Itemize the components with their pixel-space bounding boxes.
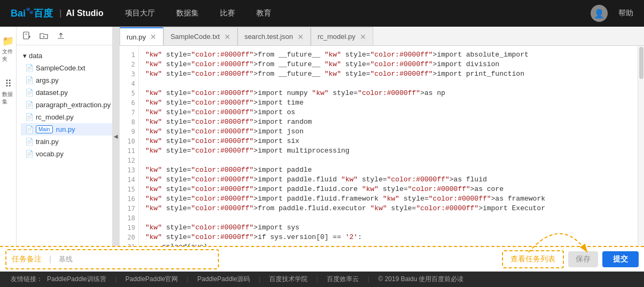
bottom-right-actions: 查看任务列表 保存 提交 bbox=[502, 250, 639, 268]
editor-area: run.py ✕ SampleCode.txt ✕ search.test.js… bbox=[120, 27, 644, 246]
nav-right: 👤 帮助 bbox=[591, 5, 633, 22]
file-item-paragraph[interactable]: 📄 paragraph_extraction.py bbox=[21, 99, 115, 111]
file-panel: ▾ data 📄 SampleCode.txt 📄 args.py 📄 data… bbox=[17, 27, 120, 246]
editor-body: 123456789101112131415161718192021222324 … bbox=[120, 46, 644, 246]
file-item-train[interactable]: 📄 train.py bbox=[21, 135, 115, 148]
footer-copyright: © 2019 Baidu 使用百度前必读 bbox=[378, 275, 464, 284]
file-item-dataset[interactable]: 📄 dataset.py bbox=[21, 86, 115, 99]
task-note-input[interactable] bbox=[73, 256, 213, 264]
file-icon-runpy: 📄 bbox=[25, 125, 34, 133]
file-item-vocab[interactable]: 📄 vocab.py bbox=[21, 148, 115, 160]
runpy-name: run.py bbox=[56, 125, 75, 133]
left-panel: 📁 文件夹 ⠿ 数据集 bbox=[0, 27, 112, 246]
file-icon-rcmodel: 📄 bbox=[25, 113, 34, 121]
main-content: 📁 文件夹 ⠿ 数据集 bbox=[0, 27, 644, 246]
logo-studio: AI Studio bbox=[66, 9, 104, 18]
collapse-arrow: ▾ bbox=[23, 52, 27, 60]
top-nav: Bai🐾百度 | AI Studio 项目大厅 数据集 比赛 教育 👤 帮助 bbox=[0, 0, 644, 27]
file-item-samplecode[interactable]: 📄 SampleCode.txt bbox=[21, 62, 115, 74]
view-tasks-button[interactable]: 查看任务列表 bbox=[502, 250, 564, 268]
logo: Bai🐾百度 | AI Studio bbox=[11, 7, 104, 20]
file-item-runpy[interactable]: 📄 Main run.py bbox=[21, 123, 115, 135]
submit-button[interactable]: 提交 bbox=[602, 251, 639, 267]
logo-baidu: Bai🐾百度 bbox=[11, 7, 53, 20]
scrollbar-thumb[interactable] bbox=[639, 47, 643, 79]
footer-link-2[interactable]: PaddlePaddle官网 bbox=[125, 275, 178, 284]
sidebar-tab-files[interactable]: 📁 文件夹 bbox=[0, 32, 16, 66]
dataset-label: 数据集 bbox=[2, 91, 14, 106]
file-icon-dataset: 📄 bbox=[25, 89, 34, 97]
main-badge: Main bbox=[36, 125, 53, 133]
file-icon-paragraph: 📄 bbox=[25, 101, 34, 109]
input-divider: | bbox=[49, 254, 51, 264]
nav-links: 项目大厅 数据集 比赛 教育 bbox=[125, 9, 591, 18]
file-tree: ▾ data 📄 SampleCode.txt 📄 args.py 📄 data… bbox=[17, 45, 119, 246]
tab-searchtestjson-label: search.test.json bbox=[245, 33, 293, 41]
footer-link-1[interactable]: PaddlePaddle训练营 bbox=[47, 275, 106, 284]
tab-samplecode-close[interactable]: ✕ bbox=[224, 33, 231, 41]
footer-prefix: 友情链接： bbox=[11, 275, 43, 284]
avatar[interactable]: 👤 bbox=[591, 5, 608, 22]
nav-link-datasets[interactable]: 数据集 bbox=[176, 9, 199, 18]
tab-runpy[interactable]: run.py ✕ bbox=[120, 27, 163, 45]
tab-rcmodel-label: rc_model.py bbox=[318, 33, 356, 41]
upload-button[interactable] bbox=[55, 30, 67, 42]
scrollbar[interactable] bbox=[638, 46, 644, 246]
folder-icon: 📁 bbox=[2, 35, 14, 47]
file-tree-root[interactable]: ▾ data bbox=[21, 50, 115, 62]
file-icon-samplecode: 📄 bbox=[25, 64, 34, 72]
baseline-label: 基线 bbox=[59, 254, 73, 264]
nav-link-competition[interactable]: 比赛 bbox=[220, 9, 235, 18]
footer-link-4[interactable]: 百度技术学院 bbox=[269, 275, 308, 284]
dataset-icon: ⠿ bbox=[5, 78, 12, 90]
nav-link-projects[interactable]: 项目大厅 bbox=[125, 9, 155, 18]
tab-rcmodel[interactable]: rc_model.py ✕ bbox=[311, 27, 373, 45]
root-folder-name: data bbox=[29, 52, 42, 60]
bottom-bar: 任务备注 | 基线 查看任务列表 保存 提交 bbox=[0, 246, 644, 272]
nav-help[interactable]: 帮助 bbox=[618, 9, 633, 18]
code-content[interactable]: "kw" style="color:#0000ff">from __future… bbox=[139, 46, 638, 246]
file-icon-train: 📄 bbox=[25, 138, 34, 146]
new-file-button[interactable] bbox=[21, 30, 33, 42]
tab-runpy-label: run.py bbox=[127, 33, 146, 41]
nav-link-education[interactable]: 教育 bbox=[256, 9, 271, 18]
new-folder-button[interactable] bbox=[38, 30, 50, 42]
tab-rcmodel-close[interactable]: ✕ bbox=[360, 33, 366, 41]
file-item-rcmodel[interactable]: 📄 rc_model.py bbox=[21, 111, 115, 123]
panel-collapse-button[interactable]: ◀ bbox=[112, 27, 120, 246]
file-icon-vocab: 📄 bbox=[25, 150, 34, 158]
line-numbers: 123456789101112131415161718192021222324 bbox=[120, 46, 139, 246]
logo-divider: | bbox=[59, 9, 61, 18]
sidebar-tab-dataset[interactable]: ⠿ 数据集 bbox=[0, 75, 16, 109]
tab-searchtestjson[interactable]: search.test.json ✕ bbox=[238, 27, 311, 45]
svg-rect-0 bbox=[23, 32, 29, 39]
editor-tabs: run.py ✕ SampleCode.txt ✕ search.test.js… bbox=[120, 27, 644, 46]
footer-link-5[interactable]: 百度效率云 bbox=[327, 275, 359, 284]
file-icon-args: 📄 bbox=[25, 76, 34, 84]
icon-strip: 📁 文件夹 ⠿ 数据集 bbox=[0, 27, 17, 246]
footer-link-3[interactable]: PaddlePaddle源码 bbox=[197, 275, 250, 284]
file-item-args[interactable]: 📄 args.py bbox=[21, 74, 115, 86]
tab-runpy-close[interactable]: ✕ bbox=[150, 33, 156, 41]
task-note-label: 任务备注 bbox=[12, 254, 42, 264]
task-note-area: 任务备注 | 基线 bbox=[5, 249, 219, 269]
svg-rect-6 bbox=[58, 38, 64, 39]
file-toolbar bbox=[17, 27, 119, 45]
files-label: 文件夹 bbox=[2, 48, 14, 63]
tab-samplecode[interactable]: SampleCode.txt ✕ bbox=[163, 27, 238, 45]
save-button[interactable]: 保存 bbox=[568, 251, 598, 267]
tab-searchtestjson-close[interactable]: ✕ bbox=[297, 33, 304, 41]
tab-samplecode-label: SampleCode.txt bbox=[170, 33, 220, 41]
footer: 友情链接： PaddlePaddle训练营 ｜ PaddlePaddle官网 ｜… bbox=[0, 272, 644, 287]
